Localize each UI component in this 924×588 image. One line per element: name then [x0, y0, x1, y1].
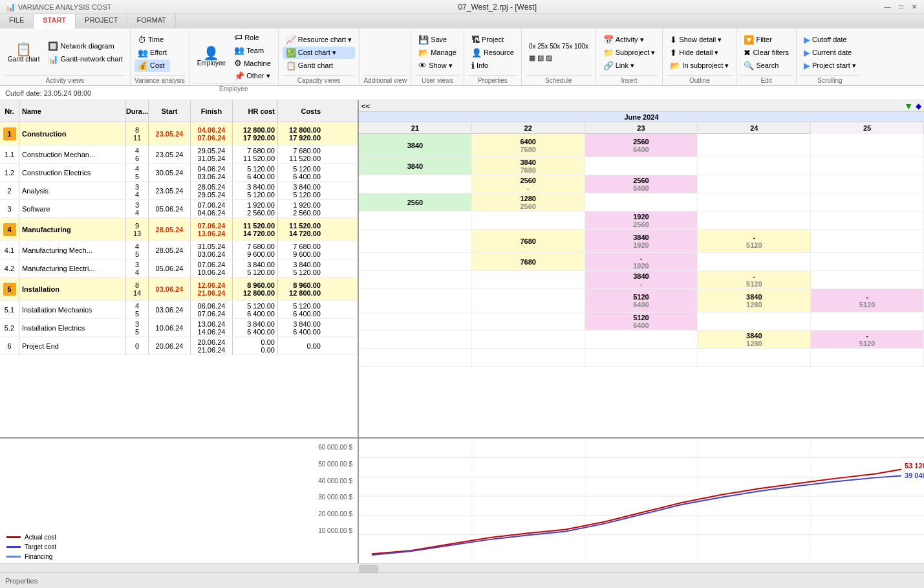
schedule-label: Schedule — [526, 75, 592, 84]
hide-detail-label: Hide detail ▾ — [679, 49, 718, 57]
cell-costs: 7 680.009 600.00 — [278, 241, 323, 259]
gantt-chart-button[interactable]: 📋 Gantt chart — [4, 40, 43, 65]
table-row[interactable]: 1.1Construction Mechan...4623.05.2429.05… — [0, 146, 358, 164]
gantt-cell-5-4 — [811, 230, 924, 252]
hide-detail-button[interactable]: ⬆ Hide detail ▾ — [667, 47, 732, 59]
machine-button[interactable]: ⚙ Machine — [231, 57, 274, 69]
filter-button[interactable]: 🔽 Filter — [740, 34, 792, 46]
table-row[interactable]: 4Manufacturing91328.05.2407.06.2413.06.2… — [0, 218, 358, 241]
search-icon: 🔍 — [744, 61, 754, 71]
subproject-label: Subproject ▾ — [616, 49, 656, 57]
table-row[interactable]: 1.2Construction Electrics4530.05.2404.06… — [0, 164, 358, 182]
activity-views-label: Activity views — [4, 75, 126, 84]
subproject-icon: 📁 — [603, 48, 614, 58]
table-row[interactable]: 4.2Manufacturing Electri...3405.06.2407.… — [0, 259, 358, 278]
employee-group-label: Employee — [193, 83, 274, 93]
table-row[interactable]: 5Installation81403.06.2412.06.2421.06.24… — [0, 278, 358, 301]
effort-button[interactable]: 👥 Effort — [134, 47, 170, 59]
team-button[interactable]: 👥 Team — [231, 44, 274, 56]
show-detail-button[interactable]: ⬇ Show detail ▾ — [667, 34, 732, 46]
gantt-cell-5-2: 38401920 — [585, 230, 698, 252]
cell-name: Installation — [19, 278, 126, 300]
gantt-cell-11-2 — [585, 349, 698, 366]
employee-btn-label: Employee — [197, 60, 226, 67]
h-scrollbar-thumb[interactable] — [359, 565, 378, 572]
table-row[interactable]: 1Construction81123.05.2404.06.2407.06.24… — [0, 122, 358, 146]
tab-project[interactable]: PROJECT — [76, 14, 127, 28]
cell-hrcost: 3 840.005 120.00 — [233, 182, 278, 199]
col-name-header: Name — [19, 100, 126, 122]
current-date-button[interactable]: ▶ Current date — [800, 47, 859, 59]
gantt-cell-4-0 — [359, 212, 472, 229]
properties-bar: Properties — [0, 572, 924, 588]
table-row[interactable]: 2Analysis3423.05.2428.05.2429.05.243 840… — [0, 182, 358, 200]
activity-button[interactable]: 📅 Activity ▾ — [600, 34, 659, 46]
table-row[interactable]: 3Software3405.06.2407.06.2404.06.241 920… — [0, 200, 358, 218]
cell-name: Software — [19, 200, 126, 217]
table-row[interactable]: 5.2Installation Electrics3510.06.2413.06… — [0, 319, 358, 337]
in-subproject-icon: 📂 — [670, 61, 680, 71]
gantt-cell-11-3 — [698, 349, 811, 366]
time-button[interactable]: ⏱ Time — [134, 34, 170, 46]
clear-filters-button[interactable]: ✖ Clear filters — [740, 47, 792, 59]
y-axis-label: 30 000.00 $ — [318, 494, 352, 501]
in-subproject-button[interactable]: 📂 In subproject ▾ — [667, 60, 732, 72]
save-view-button[interactable]: 💾 Save — [415, 34, 460, 46]
link-button[interactable]: 🔗 Link ▾ — [600, 60, 659, 72]
tab-format[interactable]: FORMAT — [127, 14, 176, 28]
cost-chart-button[interactable]: 💹 Cost chart ▾ — [283, 47, 356, 59]
other-button[interactable]: 📌 Other ▾ — [231, 70, 274, 82]
cell-name: Installation Mechanics — [19, 301, 126, 318]
cell-start: 23.05.24 — [149, 122, 191, 145]
nav-prev-button[interactable]: << — [361, 102, 370, 110]
resource-chart-button[interactable]: 📈 Resource chart ▾ — [283, 34, 356, 46]
user-views-label: User views — [415, 75, 460, 84]
gantt-network-button[interactable]: 📊 Gantt-network chart — [45, 53, 126, 65]
properties-tab-label[interactable]: Properties — [5, 577, 38, 585]
gantt-days: 2122232425 — [359, 122, 924, 134]
gantt-chart-cap-button[interactable]: 📋 Gantt chart — [283, 60, 356, 72]
search-button[interactable]: 🔍 Search — [740, 60, 792, 72]
employee-button[interactable]: 👤 Employee — [193, 44, 230, 69]
cell-costs: 11 520.0014 720.00 — [278, 218, 323, 241]
network-diagram-icon: 🔲 — [48, 41, 58, 51]
tab-start[interactable]: START — [34, 14, 76, 29]
close-button[interactable]: ✕ — [910, 3, 919, 11]
gantt-cell-0-3 — [698, 134, 811, 157]
cost-chart-label: Cost chart ▾ — [298, 49, 336, 57]
cell-costs: 3 840.005 120.00 — [278, 182, 323, 199]
project-props-button[interactable]: 🏗 Project — [468, 34, 517, 46]
manage-button[interactable]: 📂 Manage — [415, 47, 460, 59]
project-start-button[interactable]: ▶ Project start ▾ — [800, 60, 859, 72]
tab-file[interactable]: FILE — [0, 14, 34, 28]
cell-hrcost: 11 520.0014 720.00 — [233, 218, 278, 241]
show-button[interactable]: 👁 Show ▾ — [415, 60, 460, 72]
table-row[interactable]: 4.1Manufacturing Mech...4528.05.2431.05.… — [0, 241, 358, 259]
minimize-button[interactable]: — — [883, 3, 892, 11]
cell-hrcost: 0.000.00 — [233, 337, 278, 354]
chart-y-axis: Actual cost Target cost Financing 60 000… — [0, 439, 359, 563]
cost-button[interactable]: 💰 Cost — [134, 60, 170, 72]
subproject-button[interactable]: 📁 Subproject ▾ — [600, 47, 659, 59]
structure-chart-button[interactable]: ▦ ▧ ▨ — [526, 52, 592, 63]
h-scrollbar[interactable] — [0, 563, 924, 572]
info-button[interactable]: ℹ Info — [468, 60, 517, 72]
project-props-label: Project — [482, 36, 504, 43]
chart-area: Actual cost Target cost Financing 60 000… — [0, 437, 924, 563]
time-label: Time — [148, 36, 164, 43]
window-controls[interactable]: — □ ✕ — [883, 3, 919, 11]
resource-props-button[interactable]: 👤 Resource — [468, 47, 517, 59]
role-button[interactable]: 🏷 Role — [231, 31, 274, 43]
scrolling-col: ▶ Cutoff date ▶ Current date ▶ Project s… — [800, 34, 859, 72]
table-row[interactable]: 6Project End020.06.2420.06.2421.06.240.0… — [0, 337, 358, 355]
table-row[interactable]: 5.1Installation Mechanics4503.06.2406.06… — [0, 301, 358, 319]
ribbon-group-edit: 🔽 Filter ✖ Clear filters 🔍 Search Edit — [736, 28, 797, 85]
cell-nr: 5.2 — [0, 319, 19, 336]
gantt-cell-0-1: 64007680 — [472, 134, 585, 157]
gantt-cell-3-1: 12802560 — [472, 193, 585, 211]
cutoff-date-button[interactable]: ▶ Cutoff date — [800, 34, 859, 46]
maximize-button[interactable]: □ — [897, 3, 905, 11]
cell-name: Analysis — [19, 182, 126, 199]
structure-25-button[interactable]: 0x 25x 50x 75x 100x — [526, 41, 592, 51]
network-diagram-button[interactable]: 🔲 Network diagram — [45, 40, 126, 52]
